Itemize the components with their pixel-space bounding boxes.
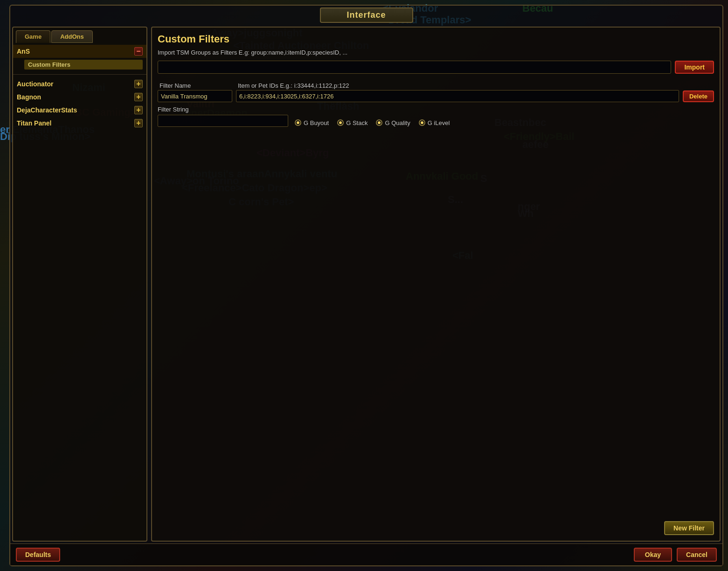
checkbox-buyout-label: G Buyout xyxy=(304,119,329,126)
panel-title: Custom Filters xyxy=(158,33,714,45)
sidebar-item-titan[interactable]: Titan Panel + xyxy=(13,117,146,130)
checkbox-ilevel[interactable]: G iLevel xyxy=(419,119,450,126)
filter-name-input[interactable] xyxy=(158,90,232,102)
expand-titan-button[interactable]: + xyxy=(134,119,143,127)
sidebar-item-ans[interactable]: AnS − xyxy=(13,45,146,58)
import-input[interactable] xyxy=(158,61,671,74)
checkbox-buyout[interactable]: G Buyout xyxy=(295,119,329,126)
filter-ids-header: Item or Pet IDs E.g.: i:33444,i:1122,p:1… xyxy=(238,82,712,89)
checkbox-quality-circle[interactable] xyxy=(376,119,382,126)
tab-game[interactable]: Game xyxy=(16,30,50,43)
collapse-ans-button[interactable]: − xyxy=(134,47,143,56)
window-title: Interface xyxy=(347,10,386,20)
defaults-button[interactable]: Defaults xyxy=(16,548,60,562)
import-row: Import xyxy=(158,61,714,74)
checkbox-quality-label: G Quality xyxy=(385,119,410,126)
sidebar-subitem-custom-filters[interactable]: Custom Filters xyxy=(13,58,146,71)
checkbox-stack-label: G Stack xyxy=(346,119,367,126)
title-bar: Interface xyxy=(10,6,722,23)
filter-ids-input[interactable] xyxy=(236,90,679,102)
expand-auctionator-button[interactable]: + xyxy=(134,80,143,88)
delete-button[interactable]: Delete xyxy=(683,91,714,102)
bottom-bar: Defaults Okay Cancel xyxy=(10,543,722,565)
checkbox-ilevel-label: G iLevel xyxy=(428,119,450,126)
checkbox-quality[interactable]: G Quality xyxy=(376,119,410,126)
divider-1 xyxy=(13,74,146,75)
filter-table-header: Filter Name Item or Pet IDs E.g.: i:3344… xyxy=(158,81,714,90)
checkbox-buyout-circle[interactable] xyxy=(295,119,301,126)
right-panel: Custom Filters Import TSM Groups as Filt… xyxy=(151,27,721,542)
cancel-button[interactable]: Cancel xyxy=(677,548,717,562)
sidebar-item-bagnon-label: Bagnon xyxy=(17,93,41,101)
filter-string-input[interactable] xyxy=(158,115,288,127)
import-button[interactable]: Import xyxy=(675,61,714,74)
sidebar-item-bagnon[interactable]: Bagnon + xyxy=(13,91,146,104)
filter-name-header: Filter Name xyxy=(159,82,234,89)
sidebar-item-auctionator-label: Auctionator xyxy=(17,80,54,88)
new-filter-button[interactable]: New Filter xyxy=(664,521,714,535)
sidebar-subitem-custom-filters-label: Custom Filters xyxy=(24,60,143,70)
filter-row: Delete xyxy=(158,90,714,102)
title-box: Interface xyxy=(320,7,413,23)
main-window: Interface Game AddOns AnS − xyxy=(9,5,723,566)
tabs: Game AddOns xyxy=(13,28,146,43)
checkbox-stack[interactable]: G Stack xyxy=(337,119,367,126)
sidebar-item-auctionator[interactable]: Auctionator + xyxy=(13,77,146,91)
sidebar-item-deja[interactable]: DejaCharacterStats + xyxy=(13,104,146,117)
checkbox-stack-circle[interactable] xyxy=(337,119,344,126)
sidebar-item-titan-label: Titan Panel xyxy=(17,119,51,127)
checkbox-ilevel-circle[interactable] xyxy=(419,119,425,126)
expand-deja-button[interactable]: + xyxy=(134,106,143,114)
sidebar-item-ans-label: AnS xyxy=(17,48,30,55)
expand-bagnon-button[interactable]: + xyxy=(134,93,143,101)
sidebar-list[interactable]: AnS − Custom Filters Auctionator + Bagno… xyxy=(13,43,146,541)
content-area: Game AddOns AnS − Custom Filters xyxy=(10,25,722,543)
sidebar-item-deja-label: DejaCharacterStats xyxy=(17,106,77,114)
panel-description: Import TSM Groups as Filters E.g: group:… xyxy=(158,49,714,56)
bottom-right-buttons: Okay Cancel xyxy=(634,548,717,562)
okay-button[interactable]: Okay xyxy=(634,548,672,562)
sidebar: Game AddOns AnS − Custom Filters xyxy=(12,27,147,542)
filter-string-label: Filter String xyxy=(158,106,714,113)
checkboxes-row: G Buyout G Stack G Quality G iLevel xyxy=(295,119,450,126)
tab-addons[interactable]: AddOns xyxy=(51,30,93,43)
